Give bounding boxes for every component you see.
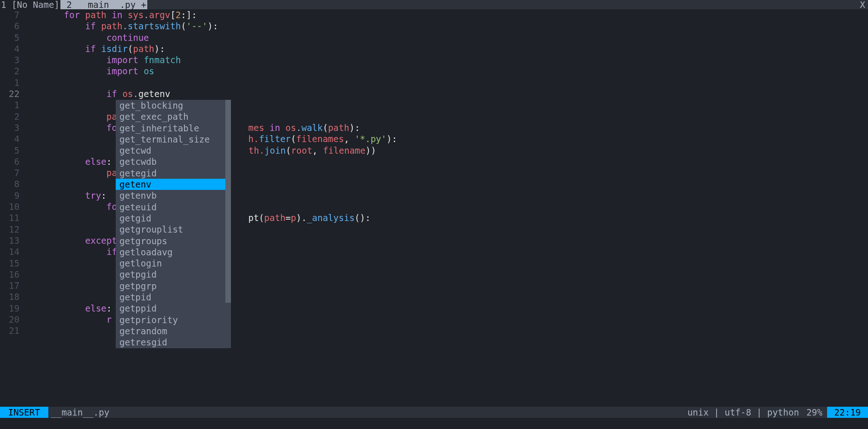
gutter: 7: [0, 167, 21, 178]
completion-item[interactable]: getgroups: [116, 235, 231, 247]
completion-item[interactable]: getpgid: [116, 269, 231, 280]
gutter: 14: [0, 246, 21, 257]
gutter: 6: [0, 20, 21, 32]
gutter-current: 22: [0, 88, 21, 99]
code-line[interactable]: import fnmatch: [21, 54, 181, 65]
gutter: 4: [0, 43, 21, 54]
gutter: 15: [0, 258, 21, 269]
gutter: 1: [0, 77, 21, 88]
completion-item[interactable]: getgrouplist: [116, 224, 231, 235]
gutter: 16: [0, 269, 21, 280]
gutter: 5: [0, 32, 21, 43]
tab-fill: [147, 0, 857, 9]
completion-item[interactable]: getgid: [116, 213, 231, 224]
code-line[interactable]: if os.getenv: [21, 88, 170, 99]
code-line[interactable]: import os: [21, 65, 154, 77]
scrollbar[interactable]: [225, 100, 231, 303]
gutter: 13: [0, 235, 21, 246]
completion-item[interactable]: get_exec_path: [116, 111, 231, 122]
gutter: 3: [0, 54, 21, 65]
gutter: 5: [0, 145, 21, 156]
completion-item[interactable]: getlogin: [116, 258, 231, 269]
gutter: 11: [0, 212, 21, 223]
code-line[interactable]: if path.startswith('--'):: [21, 20, 218, 32]
code-line[interactable]: for path in sys.argv[2:]:: [21, 9, 197, 20]
gutter: 9: [0, 190, 21, 201]
editor[interactable]: 7 for path in sys.argv[2:]: 6 if path.st…: [0, 9, 868, 408]
gutter: 12: [0, 224, 21, 235]
code-line[interactable]: continue: [21, 32, 149, 43]
gutter: 8: [0, 178, 21, 189]
code-line[interactable]: r: [21, 314, 112, 325]
completion-item[interactable]: getpriority: [116, 314, 231, 325]
code-line[interactable]: else:: [21, 303, 112, 314]
status-filename: __main__.py: [48, 407, 112, 418]
completion-item[interactable]: getenvb: [116, 190, 231, 201]
code-line[interactable]: else:: [21, 156, 112, 167]
status-fileinfo: unix | utf-8 | python: [684, 407, 802, 418]
completion-item[interactable]: getloadavg: [116, 247, 231, 258]
gutter: 2: [0, 111, 21, 122]
completion-item[interactable]: getcwdb: [116, 156, 231, 167]
completion-item[interactable]: getresgid: [116, 337, 231, 348]
completion-item[interactable]: getpgrp: [116, 280, 231, 292]
completion-item[interactable]: geteuid: [116, 202, 231, 213]
completion-item[interactable]: getcwd: [116, 145, 231, 156]
gutter: 3: [0, 122, 21, 133]
completion-popup[interactable]: get_blockingget_exec_pathget_inheritable…: [116, 100, 231, 348]
status-percent: 29%: [802, 407, 827, 418]
gutter: 18: [0, 291, 21, 302]
command-line: -- User defined completion (^U^N^P) matc…: [0, 418, 868, 429]
gutter: 21: [0, 325, 21, 336]
tab-1[interactable]: 1 [No Name]: [0, 0, 60, 9]
gutter: 7: [0, 9, 21, 20]
status-line: INSERT __main__.py unix | utf-8 | python…: [0, 407, 868, 418]
gutter: 1: [0, 99, 21, 110]
tab-bar: 1 [No Name] 2 __main__.py + X: [0, 0, 868, 9]
completion-item[interactable]: get_blocking: [116, 100, 231, 111]
gutter: 2: [0, 65, 21, 77]
tab-2[interactable]: 2 __main__.py +: [60, 0, 147, 9]
gutter: 19: [0, 303, 21, 314]
mode-indicator: INSERT: [0, 407, 48, 418]
code-line[interactable]: if isdir(path):: [21, 43, 165, 54]
gutter: 17: [0, 280, 21, 291]
gutter: 20: [0, 314, 21, 325]
completion-item[interactable]: getrandom: [116, 325, 231, 337]
code-line[interactable]: try:: [21, 190, 106, 201]
completion-item[interactable]: getegid: [116, 168, 231, 179]
completion-item[interactable]: getpid: [116, 292, 231, 303]
gutter: 10: [0, 201, 21, 212]
completion-item[interactable]: get_terminal_size: [116, 134, 231, 145]
completion-item[interactable]: getenv: [116, 179, 231, 190]
completion-item[interactable]: getppid: [116, 303, 231, 314]
gutter: 4: [0, 133, 21, 144]
gutter: 6: [0, 156, 21, 167]
close-icon[interactable]: X: [857, 0, 868, 9]
status-rowcol: 22:19: [827, 407, 868, 418]
completion-item[interactable]: get_inheritable: [116, 123, 231, 134]
